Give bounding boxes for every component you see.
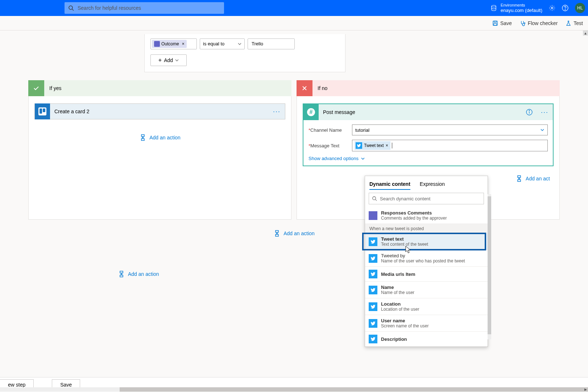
approvals-icon: [369, 211, 377, 220]
action-menu-button[interactable]: ···: [537, 109, 553, 116]
svg-line-1: [72, 9, 74, 11]
condition-card: Outcome × is equal to Trello +Add: [144, 34, 345, 72]
dc-item-description[interactable]: Description: [365, 332, 488, 347]
dc-item-tweeted-by[interactable]: Tweeted byName of the user who has poste…: [365, 250, 488, 267]
trello-create-card-action[interactable]: Create a card 2 ···: [34, 103, 285, 119]
search-input[interactable]: [77, 5, 220, 11]
action-menu-button[interactable]: ···: [269, 108, 285, 115]
trello-icon: [35, 103, 50, 119]
insert-step-icon: [273, 230, 281, 237]
flask-icon: [566, 20, 571, 26]
svg-point-0: [69, 6, 73, 9]
dc-item-media-urls[interactable]: Media urls Item: [365, 267, 488, 282]
svg-line-30: [376, 200, 377, 201]
svg-rect-25: [120, 271, 123, 273]
add-condition-button[interactable]: +Add: [150, 54, 187, 66]
tab-dynamic-content[interactable]: Dynamic content: [369, 179, 410, 190]
tweet-text-token[interactable]: Tweet text ×: [355, 141, 390, 150]
check-icon: [28, 80, 44, 96]
dc-item-name[interactable]: NameName of the user: [365, 282, 488, 298]
insert-step-icon: [515, 175, 523, 182]
if-yes-label: If yes: [49, 85, 61, 91]
dc-item-responses-comments[interactable]: Responses Comments Comments added by the…: [365, 207, 488, 224]
svg-rect-10: [141, 135, 144, 136]
tab-expression[interactable]: Expression: [420, 179, 445, 190]
svg-rect-7: [494, 21, 496, 23]
svg-point-5: [565, 9, 565, 10]
chevron-down-icon: [238, 42, 241, 46]
close-icon: [297, 80, 312, 96]
chevron-down-icon: [175, 58, 179, 62]
horizontal-scrollbar[interactable]: ▶: [0, 387, 588, 392]
dc-group-tweet: When a new tweet is posted: [365, 224, 488, 233]
svg-rect-26: [120, 275, 123, 277]
dynamic-content-popup: Dynamic content Expression Search dynami…: [365, 176, 488, 347]
svg-rect-18: [518, 180, 521, 181]
save-button[interactable]: Save: [492, 20, 512, 26]
twitter-icon: [369, 302, 377, 311]
twitter-icon: [369, 237, 377, 246]
slack-action-title: Post message: [319, 109, 526, 115]
svg-rect-11: [141, 139, 144, 140]
svg-point-29: [373, 197, 376, 200]
popup-scrollbar[interactable]: [488, 194, 491, 339]
add-action-lower[interactable]: Add an action: [118, 270, 190, 278]
chevron-down-icon: [540, 128, 544, 132]
test-button[interactable]: Test: [566, 20, 583, 26]
condition-operator[interactable]: is equal to: [200, 38, 245, 49]
svg-point-16: [529, 110, 530, 111]
svg-point-2: [492, 5, 496, 7]
env-name: enayu.com (default): [501, 8, 542, 13]
slack-icon: #: [303, 104, 319, 120]
scroll-up-arrow[interactable]: ▲: [583, 30, 588, 36]
dc-item-location[interactable]: LocationLocation of the user: [365, 298, 488, 315]
insert-step-icon: [139, 134, 146, 141]
svg-rect-21: [276, 230, 278, 232]
condition-left-field[interactable]: Outcome ×: [150, 38, 197, 49]
chevron-down-icon: [361, 156, 365, 161]
twitter-icon: [369, 286, 377, 294]
search-icon: [68, 5, 74, 11]
search-box[interactable]: [65, 2, 224, 14]
svg-point-3: [551, 7, 553, 9]
approvals-icon: [154, 41, 160, 47]
stethoscope-icon: [520, 20, 526, 26]
show-advanced-options[interactable]: Show advanced options: [309, 156, 548, 161]
dynamic-content-search[interactable]: Search dynamic content: [369, 193, 484, 204]
twitter-icon: [369, 319, 377, 328]
environment-picker[interactable]: Environments enayu.com (default): [490, 3, 542, 13]
add-action-yes[interactable]: Add an action: [34, 134, 285, 141]
avatar[interactable]: HL: [575, 3, 585, 13]
twitter-icon: [369, 270, 377, 278]
svg-rect-17: [518, 176, 521, 177]
database-icon: [490, 5, 497, 11]
mouse-cursor-icon: [405, 246, 412, 254]
condition-value[interactable]: Trello: [248, 38, 295, 49]
flow-checker-button[interactable]: Flow checker: [520, 20, 558, 26]
twitter-icon: [369, 254, 377, 263]
help-icon[interactable]: [562, 5, 568, 11]
search-icon: [372, 196, 377, 201]
svg-rect-8: [494, 24, 497, 25]
env-label: Environments: [501, 3, 542, 8]
slack-post-message-action[interactable]: # Post message ··· *Channel Name tutoria…: [303, 103, 554, 166]
info-icon[interactable]: [526, 109, 533, 116]
svg-point-9: [524, 23, 525, 24]
dc-item-user-name[interactable]: User nameScreen name of the user: [365, 315, 488, 332]
twitter-icon: [356, 142, 362, 149]
add-action-condition[interactable]: Add an action: [0, 230, 588, 237]
dc-item-tweet-text[interactable]: Tweet textText content of the tweet: [365, 233, 488, 250]
insert-step-icon: [118, 270, 125, 278]
twitter-icon: [369, 335, 377, 343]
save-icon: [492, 20, 498, 26]
if-no-label: If no: [318, 85, 327, 91]
gear-icon[interactable]: [549, 5, 555, 11]
message-text-input[interactable]: Tweet text ×: [352, 140, 548, 151]
svg-rect-22: [276, 234, 278, 236]
channel-name-input[interactable]: tutorial: [352, 124, 548, 135]
if-yes-branch: If yes Create a card 2 ··· Add an action: [28, 80, 291, 220]
